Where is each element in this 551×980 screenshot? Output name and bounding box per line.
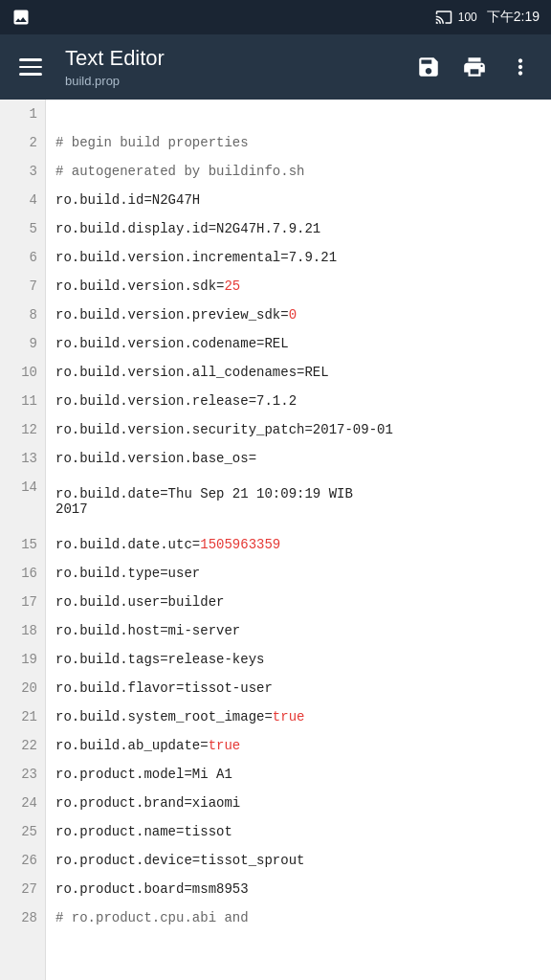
line-number: 10	[0, 358, 45, 387]
battery-indicator: 100	[458, 11, 477, 24]
editor-area[interactable]: 1234567891011121314151617181920212223242…	[0, 100, 551, 980]
code-line: ro.build.user=builder	[55, 588, 551, 616]
code-line: ro.build.ab_update=true	[55, 731, 551, 760]
code-text: ro.build.date.utc=	[55, 537, 200, 552]
code-line: ro.build.date.utc=1505963359	[55, 530, 551, 559]
code-content[interactable]: # begin build properties# autogenerated …	[46, 100, 551, 980]
line-number: 20	[0, 674, 45, 702]
print-icon	[462, 55, 487, 79]
line-number: 12	[0, 415, 45, 444]
code-line	[55, 100, 551, 128]
line-number: 2	[0, 128, 45, 157]
line-number: 28	[0, 903, 45, 932]
cast-icon	[435, 9, 452, 26]
line-numbers: 1234567891011121314151617181920212223242…	[0, 100, 46, 980]
menu-button[interactable]	[11, 48, 50, 86]
code-line: ro.product.board=msm8953	[55, 875, 551, 903]
line-number: 23	[0, 760, 45, 789]
code-line: ro.build.tags=release-keys	[55, 645, 551, 674]
code-line: ro.build.version.codename=REL	[55, 329, 551, 358]
line-number: 22	[0, 731, 45, 760]
code-line: ro.build.id=N2G47H	[55, 186, 551, 214]
code-line: ro.build.version.incremental=7.9.21	[55, 243, 551, 272]
wrap-line-1: ro.build.date=Thu Sep 21 10:09:19 WIB	[55, 486, 353, 501]
line-number: 17	[0, 588, 45, 616]
line-number: 13	[0, 444, 45, 473]
line-number: 21	[0, 702, 45, 731]
save-button[interactable]	[409, 48, 448, 86]
line-number: 19	[0, 645, 45, 674]
save-icon	[416, 55, 441, 79]
line-number: 24	[0, 789, 45, 817]
code-line: ro.build.system_root_image=true	[55, 702, 551, 731]
line-number: 8	[0, 301, 45, 329]
menu-line-1	[19, 58, 42, 61]
highlight-value: 0	[289, 307, 297, 323]
code-text: ro.build.version.sdk=	[55, 278, 224, 294]
photo-icon	[11, 8, 31, 27]
code-line: ro.build.version.security_patch=2017-09-…	[55, 415, 551, 444]
code-line: ro.build.host=mi-server	[55, 616, 551, 645]
code-line: ro.product.brand=xiaomi	[55, 789, 551, 817]
code-line: ro.build.version.sdk=25	[55, 272, 551, 301]
code-text: ro.build.ab_update=	[55, 738, 209, 753]
code-line: ro.build.version.release=7.1.2	[55, 387, 551, 415]
code-line: # autogenerated by buildinfo.sh	[55, 157, 551, 186]
toolbar-titles: Text Editor build.prop	[57, 46, 402, 87]
status-bar-left	[11, 8, 428, 27]
line-number: 5	[0, 214, 45, 243]
status-bar-right: 100 下午2:19	[435, 9, 540, 26]
line-number: 6	[0, 243, 45, 272]
file-name: build.prop	[65, 74, 402, 88]
highlight-value: true	[273, 709, 305, 724]
code-line: ro.build.flavor=tissot-user	[55, 674, 551, 702]
code-line: ro.product.name=tissot	[55, 817, 551, 846]
wrap-line-2: 2017	[55, 501, 88, 517]
code-text: ro.build.version.preview_sdk=	[55, 307, 289, 323]
code-line: ro.build.type=user	[55, 559, 551, 588]
line-number: 25	[0, 817, 45, 846]
line-number: 3	[0, 157, 45, 186]
code-line: ro.build.date=Thu Sep 21 10:09:19 WIB201…	[55, 473, 551, 530]
menu-line-3	[19, 73, 42, 76]
line-number: 27	[0, 875, 45, 903]
code-line: ro.build.version.base_os=	[55, 444, 551, 473]
status-bar: 100 下午2:19	[0, 0, 551, 34]
app-title: Text Editor	[65, 46, 402, 71]
toolbar-actions	[409, 48, 540, 86]
line-number: 11	[0, 387, 45, 415]
line-number	[0, 501, 45, 530]
time-display: 下午2:19	[487, 9, 540, 26]
line-number: 26	[0, 846, 45, 875]
more-button[interactable]	[501, 48, 540, 86]
print-button[interactable]	[455, 48, 494, 86]
line-number: 16	[0, 559, 45, 588]
code-line: ro.product.model=Mi A1	[55, 760, 551, 789]
code-line: ro.build.display.id=N2G47H.7.9.21	[55, 214, 551, 243]
code-line: ro.product.device=tissot_sprout	[55, 846, 551, 875]
code-line: ro.build.version.preview_sdk=0	[55, 301, 551, 329]
toolbar: Text Editor build.prop	[0, 34, 551, 100]
highlight-value: 25	[224, 278, 240, 294]
line-number: 1	[0, 100, 45, 128]
line-number: 4	[0, 186, 45, 214]
highlight-value: 1505963359	[200, 537, 280, 552]
code-text: ro.build.system_root_image=	[55, 709, 273, 724]
line-number: 14	[0, 473, 45, 501]
code-line: # begin build properties	[55, 128, 551, 157]
more-icon	[508, 55, 533, 79]
code-line: # ro.product.cpu.abi and	[55, 903, 551, 932]
line-number: 18	[0, 616, 45, 645]
highlight-value: true	[209, 738, 241, 753]
line-number: 9	[0, 329, 45, 358]
line-number: 15	[0, 530, 45, 559]
line-number: 7	[0, 272, 45, 301]
menu-line-2	[19, 66, 42, 69]
code-line: ro.build.version.all_codenames=REL	[55, 358, 551, 387]
